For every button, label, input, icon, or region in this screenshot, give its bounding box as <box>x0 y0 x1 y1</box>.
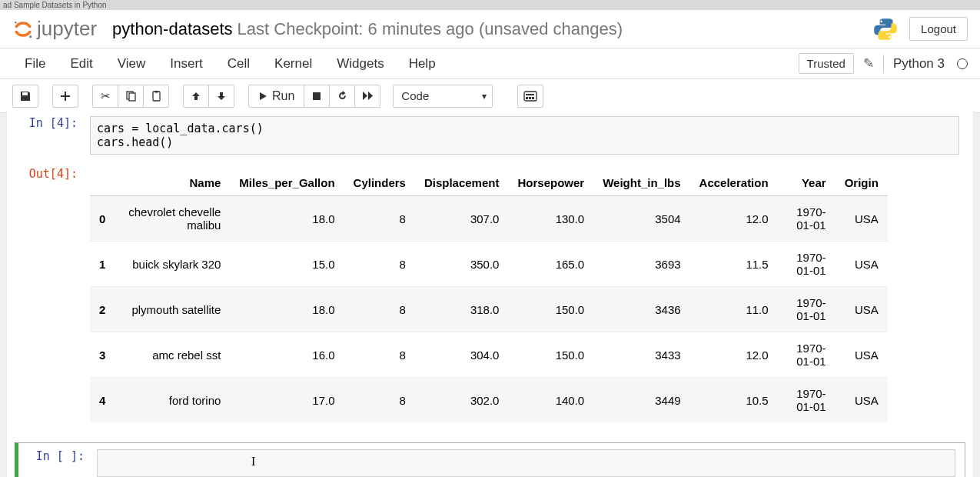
table-cell: 318.0 <box>415 287 509 332</box>
menu-cell[interactable]: Cell <box>215 50 262 78</box>
row-index: 0 <box>90 196 115 242</box>
table-cell: 3504 <box>593 196 689 242</box>
in-prompt: In [4]: <box>15 113 84 158</box>
table-cell: 12.0 <box>690 332 778 378</box>
svg-rect-7 <box>154 91 158 93</box>
table-cell: 1970-01-01 <box>778 287 835 332</box>
table-cell: plymouth satellite <box>115 287 230 332</box>
move-down-button[interactable] <box>208 85 234 108</box>
table-cell: 3433 <box>593 332 689 378</box>
menu-view[interactable]: View <box>105 50 158 78</box>
cut-button[interactable]: ✂ <box>92 85 118 108</box>
selected-code-cell[interactable]: In [ ]: <box>15 442 965 477</box>
table-cell: 165.0 <box>508 242 593 287</box>
restart-button[interactable] <box>329 85 355 108</box>
menu-kernel[interactable]: Kernel <box>262 50 324 78</box>
svg-rect-8 <box>313 92 321 100</box>
browser-tab-strip: ad Sample Datasets in Python <box>0 0 980 10</box>
column-header: Cylinders <box>344 170 415 196</box>
table-cell: USA <box>835 242 888 287</box>
menu-file[interactable]: File <box>12 50 58 78</box>
table-cell: 1970-01-01 <box>778 242 835 287</box>
table-cell: 17.0 <box>230 378 344 423</box>
output-cell: Out[4]:NameMiles_per_GallonCylindersDisp… <box>15 161 965 429</box>
table-cell: 302.0 <box>415 378 509 423</box>
code-input[interactable]: cars = local_data.cars() cars.head() <box>90 116 959 155</box>
table-cell: 140.0 <box>508 378 593 423</box>
pencil-icon[interactable]: ✎ <box>863 55 874 72</box>
code-input[interactable] <box>97 449 955 477</box>
checkpoint-info: Last Checkpoint: 6 minutes ago (unsaved … <box>238 19 623 39</box>
interrupt-button[interactable] <box>304 85 330 108</box>
table-cell: USA <box>835 287 888 332</box>
table-cell: 3693 <box>593 242 689 287</box>
paste-button[interactable] <box>143 85 169 108</box>
row-index: 4 <box>90 378 115 423</box>
table-cell: 15.0 <box>230 242 344 287</box>
out-prompt: Out[4]: <box>15 164 84 425</box>
notebook-header: jupyter python-datasets Last Checkpoint:… <box>0 10 980 48</box>
column-header: Year <box>778 170 835 196</box>
menu-help[interactable]: Help <box>397 50 448 78</box>
table-cell: 16.0 <box>230 332 344 378</box>
python-icon <box>872 16 899 42</box>
svg-point-1 <box>29 35 32 38</box>
restart-run-all-button[interactable] <box>354 85 380 108</box>
svg-rect-13 <box>526 94 534 95</box>
logout-button[interactable]: Logout <box>909 17 968 41</box>
menubar: File Edit View Insert Cell Kernel Widget… <box>0 48 980 79</box>
table-cell: 3449 <box>593 378 689 423</box>
table-cell: buick skylark 320 <box>115 242 230 287</box>
table-cell: 1970-01-01 <box>778 196 835 242</box>
cell-type-select[interactable]: Code <box>393 85 493 108</box>
trusted-indicator[interactable]: Trusted <box>799 53 854 74</box>
svg-point-3 <box>889 35 891 38</box>
table-cell: 8 <box>344 332 415 378</box>
table-row: 2plymouth satellite18.08318.0150.0343611… <box>90 287 888 332</box>
run-label: Run <box>272 89 294 103</box>
toolbar: ✂ Run Code <box>0 79 980 113</box>
kernel-name[interactable]: Python 3 <box>893 56 945 72</box>
notebook-name[interactable]: python-datasets <box>112 19 233 39</box>
table-row: 0chevrolet chevelle malibu18.08307.0130.… <box>90 196 888 242</box>
column-header: Weight_in_lbs <box>593 170 689 196</box>
table-cell: amc rebel sst <box>115 332 230 378</box>
copy-button[interactable] <box>118 85 144 108</box>
jupyter-logo[interactable]: jupyter <box>12 17 97 41</box>
svg-point-0 <box>15 21 17 23</box>
menu-widgets[interactable]: Widgets <box>324 50 396 78</box>
kernel-status-icon <box>957 58 968 69</box>
menu-edit[interactable]: Edit <box>58 50 105 78</box>
menu-insert[interactable]: Insert <box>158 50 215 78</box>
table-cell: 18.0 <box>230 196 344 242</box>
save-button[interactable] <box>12 85 38 108</box>
table-cell: 8 <box>344 287 415 332</box>
table-row: 3amc rebel sst16.08304.0150.0343312.0197… <box>90 332 888 378</box>
add-cell-button[interactable] <box>52 85 78 108</box>
column-header: Displacement <box>415 170 509 196</box>
text-cursor-icon <box>251 455 259 469</box>
move-up-button[interactable] <box>183 85 209 108</box>
table-cell: chevrolet chevelle malibu <box>115 196 230 242</box>
table-cell: 11.5 <box>690 242 778 287</box>
code-cell: In [4]:cars = local_data.cars() cars.hea… <box>15 110 965 161</box>
table-cell: 150.0 <box>508 332 593 378</box>
table-cell: 1970-01-01 <box>778 378 835 423</box>
table-row: 1buick skylark 32015.08350.0165.0369311.… <box>90 242 888 287</box>
column-header: Name <box>115 170 230 196</box>
table-cell: 18.0 <box>230 287 344 332</box>
svg-point-2 <box>880 20 882 22</box>
table-cell: 350.0 <box>415 242 509 287</box>
table-cell: 11.0 <box>690 287 778 332</box>
table-row: 4ford torino17.08302.0140.0344910.51970-… <box>90 378 888 423</box>
dataframe-table: NameMiles_per_GallonCylindersDisplacemen… <box>90 170 888 422</box>
jupyter-icon <box>12 18 34 40</box>
table-cell: USA <box>835 196 888 242</box>
command-palette-button[interactable] <box>517 85 543 108</box>
row-index: 2 <box>90 287 115 332</box>
run-button[interactable]: Run <box>248 85 304 108</box>
table-cell: 3436 <box>593 287 689 332</box>
column-header: Acceleration <box>690 170 778 196</box>
table-cell: 130.0 <box>508 196 593 242</box>
column-header: Miles_per_Gallon <box>230 170 344 196</box>
